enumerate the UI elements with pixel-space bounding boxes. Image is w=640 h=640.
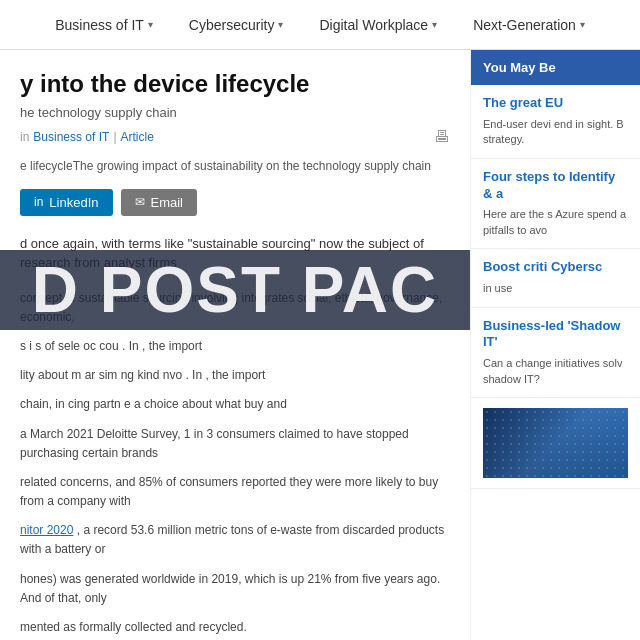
sidebar-item-3: Boost criti Cybersc in use bbox=[471, 249, 640, 307]
article-meta: in Business of IT | Article 🖶 bbox=[20, 128, 450, 146]
article-body: concept of sustainable sourcing involvin… bbox=[20, 289, 450, 638]
paywall-text: D POST PAC bbox=[32, 253, 438, 327]
chevron-down-icon: ▾ bbox=[148, 19, 153, 30]
sidebar-item-2: Four steps to Identify & a Here are the … bbox=[471, 159, 640, 250]
sidebar-header: You May Be bbox=[471, 50, 640, 85]
sidebar-item-4-title[interactable]: Business-led 'Shadow IT' bbox=[483, 318, 628, 352]
article-paragraph-9: mented as formally collected and recycle… bbox=[20, 618, 450, 637]
sidebar-item-4-desc: Can a change initiatives solv shadow IT? bbox=[483, 356, 628, 387]
email-share-button[interactable]: ✉ Email bbox=[121, 189, 198, 216]
email-icon: ✉ bbox=[135, 195, 145, 209]
linkedin-icon: in bbox=[34, 195, 43, 209]
article-paragraph-3: lity about m ar sim ng kind nvo . In , t… bbox=[20, 366, 450, 385]
nav-item-digital-workplace[interactable]: Digital Workplace ▾ bbox=[301, 0, 455, 50]
share-buttons: in LinkedIn ✉ Email bbox=[20, 189, 450, 216]
article-section: y into the device lifecycle he technolog… bbox=[0, 50, 470, 640]
sidebar-item-1-desc: End-user devi end in sight. B strategy. bbox=[483, 117, 628, 148]
sidebar-item-1-title[interactable]: The great EU bbox=[483, 95, 628, 112]
sidebar-item-5 bbox=[471, 398, 640, 489]
sidebar-item-3-title[interactable]: Boost criti Cybersc bbox=[483, 259, 628, 276]
article-title: y into the device lifecycle bbox=[20, 70, 450, 99]
sidebar-image-pattern bbox=[483, 408, 628, 478]
print-icon[interactable]: 🖶 bbox=[434, 128, 450, 146]
chevron-down-icon: ▾ bbox=[278, 19, 283, 30]
sidebar-item-4: Business-led 'Shadow IT' Can a change in… bbox=[471, 308, 640, 399]
sidebar-item-3-desc: in use bbox=[483, 281, 628, 296]
article-paragraph-5: a March 2021 Deloitte Survey, 1 in 3 con… bbox=[20, 425, 450, 463]
chevron-down-icon: ▾ bbox=[432, 19, 437, 30]
nav-item-business-of-it[interactable]: Business of IT ▾ bbox=[37, 0, 171, 50]
nav-label: Cybersecurity bbox=[189, 17, 275, 33]
article-paragraph-4: chain, in cing partn e a choice about wh… bbox=[20, 395, 450, 414]
article-link[interactable]: nitor 2020 bbox=[20, 523, 73, 537]
sidebar: You May Be The great EU End-user devi en… bbox=[470, 50, 640, 640]
article-subtitle: he technology supply chain bbox=[20, 105, 450, 120]
article-category-link[interactable]: Business of IT bbox=[33, 130, 109, 144]
nav-item-cybersecurity[interactable]: Cybersecurity ▾ bbox=[171, 0, 302, 50]
main-container: y into the device lifecycle he technolog… bbox=[0, 50, 640, 640]
nav-label: Business of IT bbox=[55, 17, 144, 33]
nav-label: Digital Workplace bbox=[319, 17, 428, 33]
sidebar-image bbox=[483, 408, 628, 478]
article-paragraph-7: nitor 2020 , a record 53.6 million metri… bbox=[20, 521, 450, 559]
nav-item-next-generation[interactable]: Next-Generation ▾ bbox=[455, 0, 603, 50]
paywall-overlay: D POST PAC bbox=[0, 250, 470, 330]
article-type-link[interactable]: Article bbox=[121, 130, 154, 144]
article-paragraph-8: hones) was generated worldwide in 2019, … bbox=[20, 570, 450, 608]
nav-label: Next-Generation bbox=[473, 17, 576, 33]
chevron-down-icon: ▾ bbox=[580, 19, 585, 30]
sidebar-item-2-title[interactable]: Four steps to Identify & a bbox=[483, 169, 628, 203]
navigation: Business of IT ▾ Cybersecurity ▾ Digital… bbox=[0, 0, 640, 50]
article-description: e lifecycleThe growing impact of sustain… bbox=[20, 158, 450, 175]
article-paragraph-2: s i s of sele oc cou . In , the import bbox=[20, 337, 450, 356]
sidebar-item-2-desc: Here are the s Azure spend a pitfalls to… bbox=[483, 207, 628, 238]
sidebar-item-1: The great EU End-user devi end in sight.… bbox=[471, 85, 640, 159]
linkedin-share-button[interactable]: in LinkedIn bbox=[20, 189, 113, 216]
article-paragraph-6: related concerns, and 85% of consumers r… bbox=[20, 473, 450, 511]
